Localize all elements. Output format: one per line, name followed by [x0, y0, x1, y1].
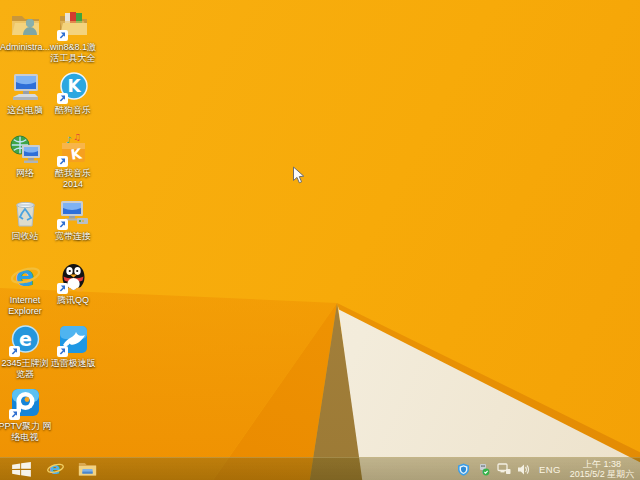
start-button[interactable]: [6, 458, 36, 480]
windows-logo-icon: [12, 462, 31, 477]
desktop-icon-broadband-connection[interactable]: 宽带连接: [42, 197, 104, 242]
svg-text:e: e: [49, 460, 60, 478]
desktop-icon-win8-activation-tools[interactable]: win8&8.1激 活工具大全: [42, 8, 104, 63]
file-explorer-icon: [78, 461, 97, 477]
folder-user-icon: [9, 8, 42, 41]
security-shield-tray-icon[interactable]: [457, 462, 471, 476]
shortcut-arrow-icon: [57, 156, 68, 167]
broadband-icon: [57, 197, 90, 230]
svg-text:♪: ♪: [66, 135, 72, 145]
pptv-p-icon: [9, 387, 42, 420]
svg-text:K: K: [67, 76, 81, 96]
desktop-icon-kugou-music[interactable]: K 酷狗音乐: [42, 71, 104, 116]
volume-tray-icon[interactable]: [517, 462, 531, 476]
shortcut-arrow-icon: [57, 283, 68, 294]
computer-icon: [9, 71, 42, 104]
clock-date: 2015/5/2 星期六: [569, 469, 635, 479]
taskbar-file-explorer-button[interactable]: [72, 458, 102, 480]
icon-label: 宽带连接: [42, 231, 104, 242]
taskbar-clock[interactable]: 上午 1:38 2015/5/2 星期六: [569, 459, 638, 479]
shortcut-arrow-icon: [9, 409, 20, 420]
icon-label: 腾讯QQ: [42, 295, 104, 306]
desktop-icon-pptv[interactable]: PPTV聚力 网 络电视: [0, 387, 56, 442]
language-indicator[interactable]: ENG: [537, 464, 563, 475]
taskbar: e: [0, 457, 640, 480]
qq-penguin-icon: [57, 261, 90, 294]
network-globe-icon: [9, 134, 42, 167]
icon-label: 酷我音乐 2014: [42, 168, 104, 189]
svg-text:e: e: [19, 328, 32, 350]
shortcut-arrow-icon: [57, 219, 68, 230]
shortcut-arrow-icon: [9, 346, 20, 357]
taskbar-ie-button[interactable]: e: [40, 458, 70, 480]
icon-label: 酷狗音乐: [42, 105, 104, 116]
network-status-tray-icon[interactable]: [497, 462, 511, 476]
folder-books-icon: [57, 8, 90, 41]
kugou-k-icon: K: [57, 71, 90, 104]
mouse-cursor: [292, 166, 305, 185]
clock-time: 上午 1:38: [569, 459, 635, 469]
shortcut-arrow-icon: [57, 93, 68, 104]
desktop-icon-kuwo-music-2014[interactable]: K ♪ ♫ 酷我音乐 2014: [42, 134, 104, 189]
system-tray: ENG 上午 1:38 2015/5/2 星期六: [457, 458, 638, 480]
safely-remove-hardware-tray-icon[interactable]: [477, 462, 491, 476]
thunder-bird-icon: [57, 324, 90, 357]
shortcut-arrow-icon: [57, 346, 68, 357]
ie-icon: e: [46, 460, 65, 479]
kuwo-musicbox-icon: K ♪ ♫: [57, 134, 90, 167]
shortcut-arrow-icon: [57, 30, 68, 41]
desktop-icon-tencent-qq[interactable]: 腾讯QQ: [42, 261, 104, 306]
ie-icon: e: [9, 261, 42, 294]
icon-label: 迅雷极速版: [42, 358, 104, 369]
svg-text:e: e: [15, 261, 34, 293]
desktop: Administra... win8&8.1激 活工具大全: [0, 0, 640, 480]
recycle-bin-icon: [9, 197, 42, 230]
desktop-icon-thunder-speed[interactable]: 迅雷极速版: [42, 324, 104, 369]
svg-text:♫: ♫: [73, 134, 81, 142]
icon-label: PPTV聚力 网 络电视: [0, 421, 56, 442]
icon-label: win8&8.1激 活工具大全: [42, 42, 104, 63]
2345-browser-e-icon: e: [9, 324, 42, 357]
